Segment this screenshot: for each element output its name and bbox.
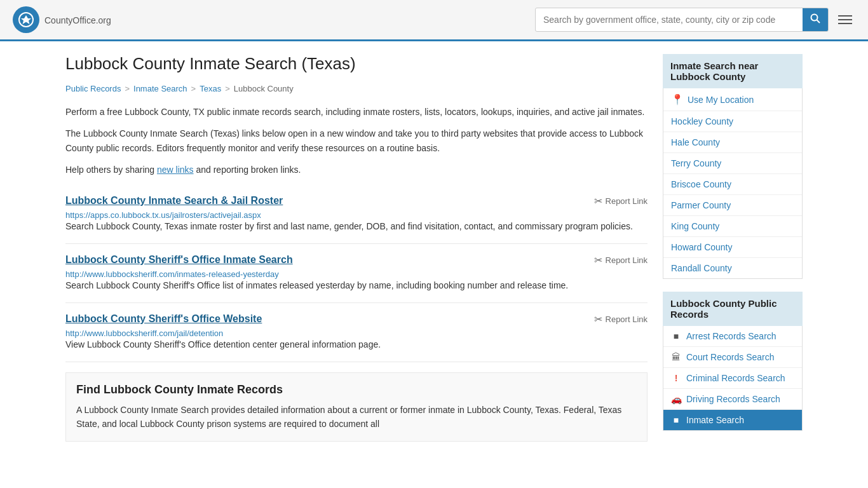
- pr-link-3[interactable]: Driving Records Search: [686, 394, 780, 404]
- nearby-section: Inmate Search near Lubbock County 📍Use M…: [663, 54, 803, 279]
- result-title-0[interactable]: Lubbock County Inmate Search & Jail Rost…: [65, 195, 283, 207]
- result-title-1[interactable]: Lubbock County Sheriff's Office Inmate S…: [65, 254, 293, 266]
- report-icon-0: ✂: [594, 195, 602, 207]
- nearby-item-8[interactable]: Randall County: [663, 258, 802, 278]
- report-link-1[interactable]: ✂ Report Link: [594, 254, 648, 266]
- result-desc-2: View Lubbock County Sheriff's Office det…: [65, 338, 648, 351]
- breadcrumb-public-records[interactable]: Public Records: [65, 84, 121, 93]
- nearby-item-5[interactable]: Parmer County: [663, 195, 802, 216]
- nearby-item-0[interactable]: 📍Use My Location: [663, 88, 802, 111]
- breadcrumb-texas[interactable]: Texas: [200, 84, 221, 93]
- search-bar: [535, 8, 829, 32]
- public-records-header: Lubbock County Public Records: [663, 292, 803, 326]
- driving-icon: 🚗: [671, 394, 681, 404]
- report-icon-2: ✂: [594, 313, 602, 325]
- court-icon: 🏛: [671, 352, 681, 362]
- nearby-item-1[interactable]: Hockley County: [663, 111, 802, 132]
- new-links-link[interactable]: new links: [157, 165, 194, 175]
- nearby-list: 📍Use My LocationHockley CountyHale Count…: [663, 88, 803, 279]
- arrest-icon: ■: [671, 331, 681, 341]
- location-pin-icon: 📍: [671, 93, 684, 105]
- inmate-icon: ■: [671, 415, 681, 425]
- public-records-section: Lubbock County Public Records ■Arrest Re…: [663, 292, 803, 431]
- logo-text: CountyOffice.org: [44, 13, 111, 27]
- sidebar: Inmate Search near Lubbock County 📍Use M…: [663, 54, 803, 444]
- svg-line-2: [817, 20, 820, 24]
- pr-item-1[interactable]: 🏛Court Records Search: [663, 347, 802, 368]
- criminal-icon: !: [671, 373, 681, 383]
- nearby-link-2[interactable]: Hale County: [671, 137, 720, 147]
- public-records-list: ■Arrest Records Search🏛Court Records Sea…: [663, 326, 803, 431]
- header: CountyOffice.org: [0, 0, 868, 41]
- find-section: Find Lubbock County Inmate Records A Lub…: [65, 372, 648, 442]
- main-container: Lubbock County Inmate Search (Texas) Pub…: [53, 41, 815, 456]
- nearby-link-5[interactable]: Parmer County: [671, 200, 731, 210]
- results-container: Lubbock County Inmate Search & Jail Rost…: [65, 185, 648, 362]
- result-desc-1: Search Lubbock County Sheriff's Office l…: [65, 279, 648, 292]
- breadcrumb-current: Lubbock County: [234, 84, 294, 93]
- nearby-link-8[interactable]: Randall County: [671, 263, 732, 273]
- page-title: Lubbock County Inmate Search (Texas): [65, 54, 648, 74]
- result-item: Lubbock County Sheriff's Office Website …: [65, 303, 648, 362]
- report-link-2[interactable]: ✂ Report Link: [594, 313, 648, 325]
- result-desc-0: Search Lubbock County, Texas inmate rost…: [65, 220, 648, 233]
- nearby-link-3[interactable]: Terry County: [671, 158, 721, 168]
- description-para1: Perform a free Lubbock County, TX public…: [65, 105, 648, 119]
- report-icon-1: ✂: [594, 254, 602, 266]
- nearby-item-4[interactable]: Briscoe County: [663, 174, 802, 195]
- search-button[interactable]: [803, 8, 828, 31]
- description-para3: Help others by sharing new links and rep…: [65, 163, 648, 177]
- pr-item-3[interactable]: 🚗Driving Records Search: [663, 389, 802, 410]
- pr-item-4[interactable]: ■Inmate Search: [663, 410, 802, 430]
- hamburger-menu-button[interactable]: [835, 12, 855, 27]
- nearby-link-4[interactable]: Briscoe County: [671, 179, 731, 189]
- nearby-link-1[interactable]: Hockley County: [671, 116, 733, 126]
- pr-item-0[interactable]: ■Arrest Records Search: [663, 326, 802, 347]
- pr-link-4[interactable]: Inmate Search: [686, 415, 744, 425]
- result-header-0: Lubbock County Inmate Search & Jail Rost…: [65, 195, 648, 207]
- content-area: Lubbock County Inmate Search (Texas) Pub…: [65, 54, 648, 444]
- nearby-item-7[interactable]: Howard County: [663, 237, 802, 258]
- result-title-2[interactable]: Lubbock County Sheriff's Office Website: [65, 313, 262, 325]
- nearby-link-7[interactable]: Howard County: [671, 242, 733, 252]
- breadcrumb-inmate-search[interactable]: Inmate Search: [133, 84, 187, 93]
- pr-link-1[interactable]: Court Records Search: [686, 352, 775, 362]
- nearby-item-6[interactable]: King County: [663, 216, 802, 237]
- nearby-item-3[interactable]: Terry County: [663, 153, 802, 174]
- report-link-0[interactable]: ✂ Report Link: [594, 195, 648, 207]
- result-url-2[interactable]: http://www.lubbocksheriff.com/jail/deten…: [65, 329, 223, 338]
- pr-link-2[interactable]: Criminal Records Search: [686, 373, 785, 383]
- pr-link-0[interactable]: Arrest Records Search: [686, 331, 776, 341]
- breadcrumb: Public Records > Inmate Search > Texas >…: [65, 84, 648, 93]
- result-item: Lubbock County Sheriff's Office Inmate S…: [65, 244, 648, 303]
- logo-icon: [13, 6, 39, 33]
- result-header-2: Lubbock County Sheriff's Office Website …: [65, 313, 648, 325]
- logo-area: CountyOffice.org: [13, 6, 111, 33]
- nearby-link-6[interactable]: King County: [671, 221, 719, 231]
- result-header-1: Lubbock County Sheriff's Office Inmate S…: [65, 254, 648, 266]
- find-section-title: Find Lubbock County Inmate Records: [76, 383, 637, 396]
- nearby-item-2[interactable]: Hale County: [663, 132, 802, 153]
- result-url-1[interactable]: http://www.lubbocksheriff.com/inmates-re…: [65, 269, 279, 279]
- svg-point-1: [811, 15, 818, 21]
- result-item: Lubbock County Inmate Search & Jail Rost…: [65, 185, 648, 244]
- description-para2: The Lubbock County Inmate Search (Texas)…: [65, 126, 648, 155]
- result-url-0[interactable]: https://apps.co.lubbock.tx.us/jailroster…: [65, 210, 261, 220]
- use-my-location-link[interactable]: Use My Location: [688, 95, 754, 105]
- pr-item-2[interactable]: !Criminal Records Search: [663, 368, 802, 389]
- search-input[interactable]: [536, 10, 803, 30]
- header-right: [535, 8, 855, 32]
- find-section-text: A Lubbock County Inmate Search provides …: [76, 403, 637, 431]
- nearby-header: Inmate Search near Lubbock County: [663, 54, 803, 88]
